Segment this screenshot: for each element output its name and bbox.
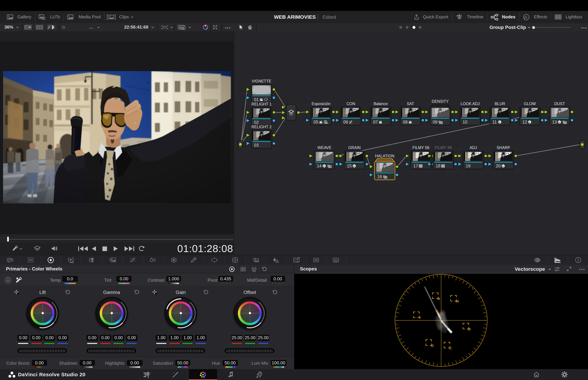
svg-text:09: 09 <box>433 120 437 124</box>
svg-text:02: 02 <box>254 120 259 125</box>
svg-text:R: R <box>437 297 440 301</box>
svg-text:11: 11 <box>492 120 497 124</box>
svg-text:fx: fx <box>498 121 500 123</box>
svg-text:G: G <box>431 343 434 347</box>
svg-text:M: M <box>455 299 458 303</box>
svg-text:Balance: Balance <box>374 102 388 106</box>
svg-text:FILMY 56: FILMY 56 <box>412 145 429 150</box>
svg-text:20: 20 <box>496 163 500 168</box>
svg-text:FILMY 39: FILMY 39 <box>435 145 451 150</box>
svg-text:VIGNETTE: VIGNETTE <box>251 79 271 83</box>
svg-text:HDR: HDR <box>70 262 74 264</box>
svg-text:B: B <box>468 327 471 331</box>
svg-text:SAT: SAT <box>407 102 414 106</box>
svg-text:14: 14 <box>317 163 322 168</box>
svg-text:17: 17 <box>413 163 418 168</box>
svg-text:06: 06 <box>343 120 348 124</box>
svg-text:CON: CON <box>346 102 355 106</box>
svg-text:03: 03 <box>254 143 259 148</box>
svg-text:GRAIN: GRAIN <box>348 145 360 150</box>
svg-text:08: 08 <box>403 120 407 124</box>
svg-text:16: 16 <box>377 174 382 179</box>
svg-text:12: 12 <box>522 120 527 124</box>
svg-text:SHARP: SHARP <box>496 145 510 150</box>
svg-text:3D: 3D <box>334 259 338 262</box>
svg-text:BLUR: BLUR <box>494 102 505 106</box>
svg-text:DENSITY: DENSITY <box>432 99 449 104</box>
svg-text:HDR: HDR <box>325 122 328 124</box>
svg-text:A: A <box>7 278 9 282</box>
svg-text:ADJ: ADJ <box>469 145 477 150</box>
svg-text:fx: fx <box>323 165 325 167</box>
svg-text:LOG: LOG <box>252 270 256 272</box>
svg-text:Exposición: Exposición <box>311 102 330 106</box>
svg-text:HQ: HQ <box>180 26 184 29</box>
svg-text:13: 13 <box>552 120 557 124</box>
svg-text:10: 10 <box>462 120 467 124</box>
svg-text:RELIGHT 2: RELIGHT 2 <box>251 125 271 129</box>
svg-text:LOOK ADJ: LOOK ADJ <box>460 102 479 106</box>
svg-text:WEAVE: WEAVE <box>317 145 331 150</box>
svg-text:01: 01 <box>254 97 259 102</box>
svg-text:05: 05 <box>313 120 318 124</box>
svg-text:C: C <box>449 346 452 350</box>
svg-text:Y: Y <box>418 316 421 320</box>
svg-text:19: 19 <box>466 163 471 168</box>
svg-text:07: 07 <box>373 120 378 124</box>
svg-text:fx: fx <box>529 121 530 123</box>
svg-text:fx: fx <box>524 15 527 19</box>
svg-text:fx: fx <box>558 121 560 123</box>
svg-text:18: 18 <box>436 163 440 168</box>
svg-text:15: 15 <box>347 163 352 168</box>
svg-text:DUST: DUST <box>554 102 565 106</box>
svg-text:HALATION: HALATION <box>375 154 394 158</box>
svg-text:fx: fx <box>353 165 355 167</box>
svg-text:fx: fx <box>502 165 504 167</box>
svg-text:RELIGHT 1: RELIGHT 1 <box>251 102 271 106</box>
svg-text:GLOW: GLOW <box>524 102 536 106</box>
